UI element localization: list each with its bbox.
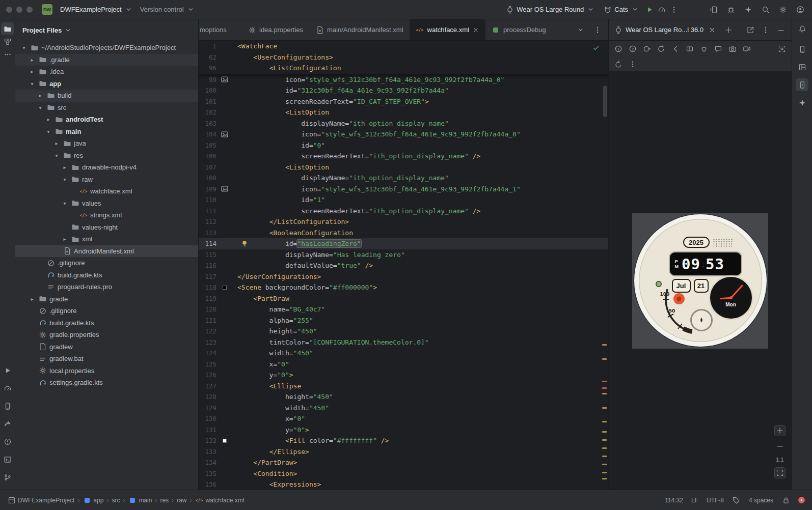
scroll-mark[interactable] bbox=[602, 472, 607, 473]
tree-item[interactable]: ▾res bbox=[15, 150, 198, 162]
rotate-device-button[interactable] bbox=[656, 43, 667, 54]
chevron-down-icon[interactable]: ▾ bbox=[61, 201, 68, 206]
scroll-mark[interactable] bbox=[602, 478, 607, 479]
tree-item[interactable]: settings.gradle.kts bbox=[15, 377, 198, 389]
zoom-out-button[interactable] bbox=[774, 441, 786, 452]
code-line[interactable]: 130 x="0" bbox=[199, 413, 608, 424]
tree-item[interactable]: ▾app bbox=[15, 78, 198, 90]
messages-button[interactable] bbox=[713, 43, 724, 54]
tree-item[interactable]: ▾src bbox=[15, 102, 198, 114]
run-tool-button[interactable] bbox=[1, 364, 14, 377]
code-line[interactable]: 115 displayName="Has leading zero" bbox=[199, 249, 608, 261]
zoom-in-button[interactable] bbox=[774, 425, 786, 436]
inspections-status-icon[interactable] bbox=[592, 44, 600, 53]
scroll-mark[interactable] bbox=[602, 393, 607, 394]
gemini-tool-button[interactable] bbox=[796, 96, 808, 109]
tree-item[interactable]: ▸drawable-nodpi-v4 bbox=[15, 161, 198, 174]
project-tool-button[interactable] bbox=[1, 22, 14, 35]
camera-button[interactable] bbox=[727, 43, 738, 54]
code-line[interactable]: 127 <Ellipse bbox=[199, 381, 608, 392]
code-line[interactable]: 125 x="0" bbox=[199, 359, 608, 370]
more-v-button[interactable] bbox=[627, 59, 638, 70]
screen-record-button[interactable] bbox=[741, 43, 752, 54]
encoding-widget[interactable]: UTF-8 bbox=[707, 497, 724, 504]
tree-item[interactable]: ▾values bbox=[15, 197, 198, 210]
more-h-tool-button[interactable] bbox=[1, 48, 14, 61]
code-line[interactable]: 107 <ListOption bbox=[199, 162, 608, 173]
code-line[interactable]: 116 defaultValue="true" /> bbox=[199, 260, 608, 271]
scroll-mark[interactable] bbox=[602, 456, 607, 457]
close-icon[interactable] bbox=[472, 26, 479, 34]
code-line[interactable]: 105 id="0" bbox=[199, 140, 608, 151]
scroll-mark[interactable] bbox=[602, 431, 607, 433]
tree-item[interactable]: AndroidManifest.xml bbox=[15, 245, 198, 258]
scroll-mark[interactable] bbox=[602, 421, 607, 422]
chevron-right-icon[interactable]: ▸ bbox=[61, 236, 68, 242]
chevron-down-icon[interactable]: ▾ bbox=[29, 81, 36, 87]
code-line[interactable]: 104 icon="style_wfs_312c30bf_f64a_461e_9… bbox=[199, 129, 608, 140]
more-actions-button[interactable] bbox=[668, 4, 680, 15]
breadcrumb-item[interactable]: main bbox=[128, 496, 152, 504]
code-line[interactable]: 132 <Fill color="#ffffffff" /> bbox=[199, 435, 608, 446]
code-line[interactable]: 101 screenReaderText="ID_CAT_STEP_OVER"> bbox=[199, 96, 608, 107]
emulator-display[interactable]: 2025 P M 09 : 53 Jul bbox=[632, 213, 768, 349]
chevron-right-icon[interactable]: ▸ bbox=[61, 164, 68, 170]
code-line[interactable]: 96 <ListConfiguration bbox=[199, 63, 608, 74]
code-line[interactable]: 100 id="312c30bf_f64a_461e_9c93_992f2fb7… bbox=[199, 85, 608, 96]
chevron-down-icon[interactable]: ▾ bbox=[61, 177, 68, 182]
caret-position-widget[interactable]: 114:32 bbox=[665, 497, 683, 504]
editor-scrollbar[interactable] bbox=[603, 86, 607, 117]
code-line[interactable]: 62 <UserConfigurations> bbox=[199, 52, 608, 63]
scroll-mark[interactable] bbox=[602, 381, 607, 382]
code-line[interactable]: 136 <Expressions> bbox=[199, 479, 608, 490]
editor-tab[interactable]: processDebug bbox=[485, 19, 552, 40]
watch-face[interactable]: 2025 P M 09 : 53 Jul bbox=[634, 214, 767, 347]
tree-item[interactable]: ▸java bbox=[15, 137, 198, 150]
code-line[interactable]: 122 height="450" bbox=[199, 326, 608, 337]
code-line[interactable]: 103 displayName="ith_option_display_name… bbox=[199, 118, 608, 129]
chevron-right-icon[interactable]: ▸ bbox=[29, 296, 36, 302]
line-separator-widget[interactable]: LF bbox=[691, 497, 698, 504]
scroll-mark[interactable] bbox=[602, 439, 607, 441]
code-line[interactable]: 112 </ListConfiguration> bbox=[199, 216, 608, 228]
hide-panel-button[interactable] bbox=[775, 24, 787, 36]
scroll-mark[interactable] bbox=[602, 358, 607, 360]
chevron-down-icon[interactable]: ▾ bbox=[45, 129, 52, 134]
code-line[interactable]: 99 icon="style_wfs_312c30bf_f64a_461e_9c… bbox=[199, 74, 608, 86]
tree-item[interactable]: build.gradle.kts bbox=[15, 317, 198, 329]
editor-tab[interactable]: idea.properties bbox=[241, 19, 309, 40]
ai-assistant-button[interactable] bbox=[743, 4, 754, 15]
scroll-mark[interactable] bbox=[602, 344, 607, 346]
scroll-mark[interactable] bbox=[602, 407, 607, 409]
tree-item[interactable]: gradlew bbox=[15, 341, 198, 353]
project-panel-header[interactable]: Project Files bbox=[15, 19, 198, 41]
problems-tool-button[interactable] bbox=[1, 435, 14, 448]
code-line[interactable]: 121 alpha="255" bbox=[199, 315, 608, 326]
code-line[interactable]: 114 id="hasLeadingZero" bbox=[199, 238, 608, 249]
tree-item[interactable]: ▾~/AndroidStudioProjects/DWFExampleProje… bbox=[15, 42, 198, 54]
open-in-window-button[interactable] bbox=[745, 24, 756, 36]
tree-item[interactable]: </>watchface.xml bbox=[15, 185, 198, 197]
code-line[interactable]: 118<Scene backgroundColor="#ff000000"> bbox=[199, 282, 608, 293]
breadcrumb-item[interactable]: res bbox=[160, 497, 169, 504]
chevron-down-icon[interactable]: ▾ bbox=[37, 105, 44, 110]
code-line[interactable]: 126 y="0"> bbox=[199, 370, 608, 381]
chevron-down-icon[interactable]: ▾ bbox=[53, 153, 60, 158]
device-manager-tool-button[interactable] bbox=[796, 43, 808, 55]
button-2-button[interactable]: 2 bbox=[627, 43, 638, 54]
chevron-right-icon[interactable]: ▸ bbox=[53, 140, 60, 146]
breadcrumb-item[interactable]: app bbox=[83, 496, 103, 504]
git-tool-button[interactable] bbox=[1, 471, 14, 484]
device-selector[interactable]: Wear OS Large Round bbox=[502, 4, 599, 16]
tree-item[interactable]: proguard-rules.pro bbox=[15, 281, 198, 293]
editor-tab[interactable]: moptions bbox=[199, 19, 241, 40]
code-line[interactable]: 102 <ListOption bbox=[199, 107, 608, 118]
run-configuration-selector[interactable]: Cats bbox=[600, 4, 643, 16]
tree-item[interactable]: ▸gradle bbox=[15, 293, 198, 305]
code-line[interactable]: 117</UserConfigurations> bbox=[199, 271, 608, 282]
tree-item[interactable]: .gitignore bbox=[15, 305, 198, 317]
minimize-window-button[interactable] bbox=[16, 7, 22, 13]
code-line[interactable]: 111 screenReaderText="ith_option_display… bbox=[199, 206, 608, 217]
tree-item[interactable]: ▾main bbox=[15, 126, 198, 138]
code-line[interactable]: 134 </PartDraw> bbox=[199, 457, 608, 468]
